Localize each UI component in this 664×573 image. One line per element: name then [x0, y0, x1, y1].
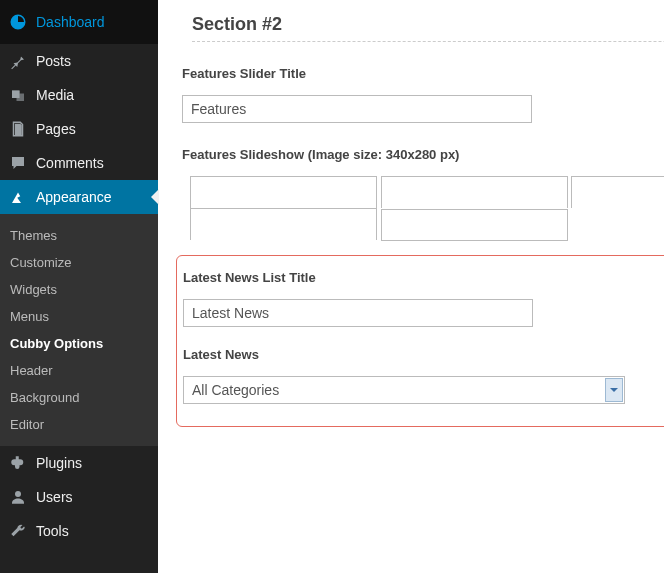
- latest-news-select[interactable]: [183, 376, 625, 404]
- users-icon: [8, 487, 28, 507]
- features-slideshow-label: Features Slideshow (Image size: 340x280 …: [182, 147, 664, 162]
- submenu-item-widgets[interactable]: Widgets: [0, 276, 158, 303]
- sidebar-label-dashboard: Dashboard: [36, 14, 105, 30]
- sidebar-item-users[interactable]: Users: [0, 480, 158, 514]
- sidebar-item-tools[interactable]: Tools: [0, 514, 158, 548]
- submenu-item-background[interactable]: Background: [0, 384, 158, 411]
- latest-news-label: Latest News: [183, 347, 664, 362]
- sidebar-label-users: Users: [36, 489, 73, 505]
- sidebar-item-media[interactable]: Media: [0, 78, 158, 112]
- sidebar-item-appearance[interactable]: Appearance: [0, 180, 158, 214]
- slideshow-row-input[interactable]: [381, 176, 568, 208]
- sidebar-label-comments: Comments: [36, 155, 104, 171]
- submenu-item-header[interactable]: Header: [0, 357, 158, 384]
- pin-icon: [8, 51, 28, 71]
- sidebar-label-posts: Posts: [36, 53, 71, 69]
- sidebar-item-dashboard[interactable]: Dashboard: [0, 0, 158, 44]
- features-slider-input[interactable]: [182, 95, 532, 123]
- appearance-icon: [8, 187, 28, 207]
- features-slider-label: Features Slider Title: [182, 66, 664, 81]
- latest-news-title-label: Latest News List Title: [183, 270, 664, 285]
- tools-icon: [8, 521, 28, 541]
- sidebar-item-plugins[interactable]: Plugins: [0, 446, 158, 480]
- latest-news-select-wrap: [183, 376, 625, 404]
- submenu-item-customize[interactable]: Customize: [0, 249, 158, 276]
- sidebar-label-tools: Tools: [36, 523, 69, 539]
- svg-point-0: [15, 491, 21, 497]
- section-title: Section #2: [192, 14, 664, 41]
- latest-news-box: Latest News List Title Latest News: [176, 255, 664, 427]
- submenu-item-menus[interactable]: Menus: [0, 303, 158, 330]
- submenu-item-editor[interactable]: Editor: [0, 411, 158, 438]
- admin-sidebar: Dashboard Posts Media Pages Comments: [0, 0, 158, 573]
- section-header: Section #2: [192, 14, 664, 42]
- sidebar-item-comments[interactable]: Comments: [0, 146, 158, 180]
- sidebar-item-pages[interactable]: Pages: [0, 112, 158, 146]
- appearance-submenu: Themes Customize Widgets Menus Cubby Opt…: [0, 214, 158, 446]
- slideshow-row-input[interactable]: [571, 176, 664, 208]
- slideshow-row-input[interactable]: [190, 176, 377, 208]
- plugins-icon: [8, 453, 28, 473]
- dashboard-icon: [8, 12, 28, 32]
- features-slider-block: Features Slider Title: [182, 66, 664, 123]
- features-slideshow-block: Features Slideshow (Image size: 340x280 …: [182, 147, 664, 241]
- sidebar-label-appearance: Appearance: [36, 189, 112, 205]
- pages-icon: [8, 119, 28, 139]
- slideshow-row-input[interactable]: [190, 208, 377, 240]
- submenu-item-themes[interactable]: Themes: [0, 222, 158, 249]
- latest-news-title-input[interactable]: [183, 299, 533, 327]
- section-divider: [192, 41, 664, 42]
- main-content: Section #2 Features Slider Title Feature…: [158, 0, 664, 573]
- sidebar-label-media: Media: [36, 87, 74, 103]
- comments-icon: [8, 153, 28, 173]
- media-icon: [8, 85, 28, 105]
- sidebar-label-plugins: Plugins: [36, 455, 82, 471]
- submenu-item-cubby-options[interactable]: Cubby Options: [0, 330, 158, 357]
- slideshow-row-input[interactable]: [381, 209, 568, 241]
- sidebar-item-posts[interactable]: Posts: [0, 44, 158, 78]
- sidebar-label-pages: Pages: [36, 121, 76, 137]
- slideshow-rows: [190, 176, 664, 241]
